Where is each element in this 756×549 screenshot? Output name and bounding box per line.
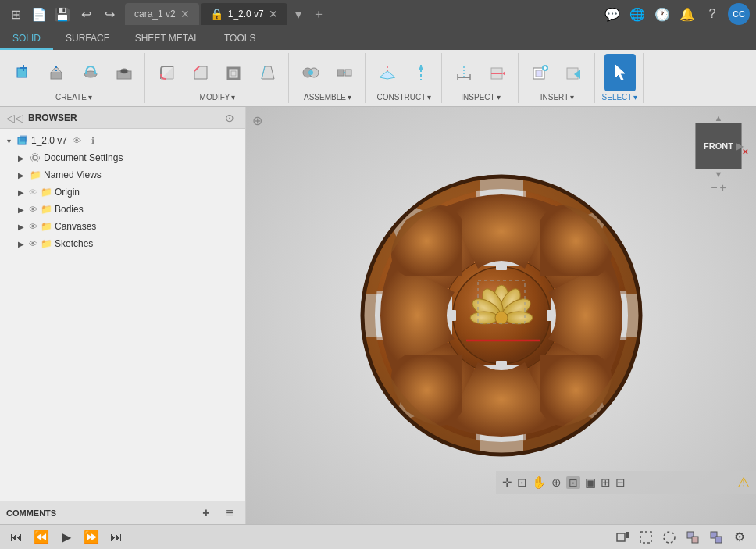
origin-visibility-icon[interactable]: 👁 bbox=[29, 187, 37, 197]
select-paint-button[interactable] bbox=[659, 527, 679, 547]
named-views-label: Named Views bbox=[44, 169, 102, 180]
root-chevron-icon[interactable]: ▾ bbox=[3, 135, 14, 146]
redo-icon[interactable]: ↪ bbox=[100, 5, 119, 23]
select-label[interactable]: SELECT ▾ bbox=[602, 91, 638, 103]
hole-button[interactable] bbox=[109, 54, 140, 91]
select-box-button[interactable] bbox=[683, 527, 703, 547]
extrude-button[interactable] bbox=[41, 54, 73, 91]
user-avatar[interactable]: CC bbox=[728, 3, 750, 25]
notification-icon[interactable]: 🔔 bbox=[678, 5, 697, 23]
insert-button[interactable] bbox=[558, 54, 590, 91]
tree-item-origin[interactable]: ▶ 👁 📁 Origin bbox=[0, 184, 245, 201]
origin-label: Origin bbox=[55, 187, 80, 198]
globe-icon[interactable]: 🌐 bbox=[628, 5, 647, 23]
fit-icon[interactable]: ⊡ bbox=[517, 476, 527, 490]
viewport[interactable]: ▲ FRONT ▶ ▼ ✕ − + bbox=[246, 107, 756, 524]
skip-end-button[interactable]: ⏭ bbox=[106, 527, 127, 547]
move-icon[interactable]: ✛ bbox=[502, 476, 512, 490]
tree-root[interactable]: ▾ 1_2.0 v7 👁 ℹ bbox=[0, 132, 245, 149]
grid2-icon[interactable]: ⊟ bbox=[615, 476, 626, 490]
zoom-icon[interactable]: ⊕ bbox=[551, 476, 562, 490]
tab-v12[interactable]: 🔒 1_2.0 v7 ✕ bbox=[201, 3, 287, 25]
svg-rect-77 bbox=[496, 361, 507, 365]
toolbar-tabs: SOLID SURFACE SHEET METAL TOOLS bbox=[0, 28, 756, 50]
new-component-icon bbox=[12, 62, 34, 84]
canvases-visibility-icon[interactable]: 👁 bbox=[29, 222, 37, 231]
canvases-chevron-icon[interactable]: ▶ bbox=[16, 221, 27, 232]
comments-menu-icon[interactable]: ≡ bbox=[220, 504, 239, 522]
help-icon[interactable]: ? bbox=[703, 5, 722, 23]
joint-button[interactable] bbox=[295, 54, 326, 91]
tree-item-canvases[interactable]: ▶ 👁 📁 Canvases bbox=[0, 218, 245, 235]
select-lasso-button[interactable] bbox=[706, 527, 726, 547]
measure-button[interactable] bbox=[448, 54, 480, 91]
chamfer-button[interactable] bbox=[185, 54, 216, 91]
display-mode-icon[interactable]: ▣ bbox=[585, 476, 596, 490]
axis-button[interactable] bbox=[405, 54, 437, 91]
assemble-label[interactable]: ASSEMBLE ▾ bbox=[304, 91, 351, 103]
new-component-button[interactable] bbox=[8, 54, 39, 91]
insert-label[interactable]: INSERT ▾ bbox=[540, 91, 575, 103]
shell-button[interactable] bbox=[219, 54, 250, 91]
save-icon[interactable]: 💾 bbox=[53, 5, 72, 23]
play-button[interactable]: ▶ bbox=[56, 527, 77, 547]
tree-item-sketches[interactable]: ▶ 👁 📁 Sketches bbox=[0, 235, 245, 252]
named-views-chevron-icon[interactable]: ▶ bbox=[16, 169, 27, 180]
select-button[interactable] bbox=[604, 54, 636, 91]
tree-item-doc-settings[interactable]: ▶ Document Settings bbox=[0, 149, 245, 166]
construct-label[interactable]: CONSTRUCT ▾ bbox=[377, 91, 432, 103]
add-comment-icon[interactable]: + bbox=[197, 504, 216, 522]
modify-label[interactable]: MODIFY ▾ bbox=[200, 91, 236, 103]
zoom-select-icon[interactable]: ⊡ bbox=[566, 476, 580, 489]
visibility-icon[interactable]: 👁 bbox=[73, 136, 81, 145]
tab-sheetmetal[interactable]: SHEET METAL bbox=[123, 28, 212, 50]
inspect-label[interactable]: INSPECT ▾ bbox=[461, 91, 500, 103]
skip-start-button[interactable]: ⏮ bbox=[6, 527, 27, 547]
bodies-visibility-icon[interactable]: 👁 bbox=[29, 205, 37, 214]
step-back-button[interactable]: ⏪ bbox=[31, 527, 52, 547]
grid-icon[interactable]: ⊞ bbox=[601, 476, 611, 490]
canvas-button[interactable] bbox=[525, 54, 556, 91]
settings-button[interactable]: ⚙ bbox=[729, 527, 750, 547]
app-menu-icon[interactable]: ⊞ bbox=[6, 5, 25, 23]
bodies-chevron-icon[interactable]: ▶ bbox=[16, 204, 27, 215]
sketches-chevron-icon[interactable]: ▶ bbox=[16, 238, 27, 249]
plane-button[interactable] bbox=[372, 54, 403, 91]
draft-button[interactable] bbox=[252, 54, 284, 91]
tree-item-bodies[interactable]: ▶ 👁 📁 Bodies bbox=[0, 201, 245, 218]
new-tab-icon[interactable]: ＋ bbox=[309, 5, 328, 23]
tab-close-icon[interactable]: ✕ bbox=[269, 8, 278, 20]
chat-icon[interactable]: 💬 bbox=[603, 5, 622, 23]
tab-cara1[interactable]: cara_1 v2 ✕ bbox=[125, 3, 199, 25]
info-icon[interactable]: ℹ bbox=[84, 131, 102, 150]
select-rect-button[interactable] bbox=[612, 527, 633, 547]
create-label[interactable]: CREATE ▾ bbox=[55, 91, 92, 103]
tab-tools[interactable]: TOOLS bbox=[212, 28, 268, 50]
warning-icon[interactable]: ⚠ bbox=[737, 474, 750, 491]
step-forward-button[interactable]: ⏩ bbox=[81, 527, 102, 547]
revolve-button[interactable] bbox=[75, 54, 106, 91]
section-button[interactable] bbox=[482, 54, 513, 91]
fillet-button[interactable] bbox=[152, 54, 183, 91]
tab-surface[interactable]: SURFACE bbox=[53, 28, 123, 50]
origin-chevron-icon[interactable]: ▶ bbox=[16, 187, 27, 198]
pan-icon[interactable]: ⊕ bbox=[252, 113, 262, 128]
pan-viewport-icon[interactable]: ✋ bbox=[532, 476, 547, 490]
browser-menu-icon[interactable]: ⊙ bbox=[220, 109, 239, 127]
doc-chevron-icon[interactable]: ▶ bbox=[16, 152, 27, 163]
file-icon[interactable]: 📄 bbox=[30, 5, 48, 23]
tab-close-icon[interactable]: ✕ bbox=[180, 8, 190, 20]
doc-settings-label: Document Settings bbox=[44, 152, 123, 163]
tree-item-named-views[interactable]: ▶ 📁 Named Views bbox=[0, 166, 245, 184]
tab-dropdown-icon[interactable]: ▾ bbox=[289, 5, 308, 23]
navigation-cube[interactable]: ▲ FRONT ▶ ▼ ✕ − + bbox=[687, 113, 750, 176]
rigid-button[interactable] bbox=[329, 54, 360, 91]
select-window-button[interactable] bbox=[636, 527, 656, 547]
tab-solid[interactable]: SOLID bbox=[0, 28, 53, 50]
undo-icon[interactable]: ↩ bbox=[77, 5, 95, 23]
sketches-visibility-icon[interactable]: 👁 bbox=[29, 239, 37, 248]
browser-collapse-icon[interactable]: ◁◁ bbox=[6, 112, 23, 124]
nav-cube-face[interactable]: FRONT ▶ bbox=[695, 123, 742, 169]
clock-icon[interactable]: 🕐 bbox=[653, 5, 672, 23]
svg-rect-20 bbox=[345, 70, 351, 76]
